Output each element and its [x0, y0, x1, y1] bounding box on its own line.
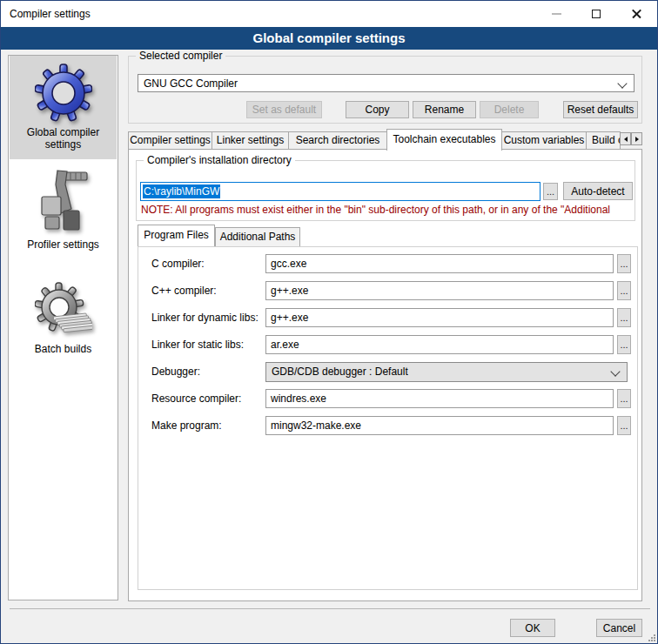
copy-button[interactable]: Copy	[346, 101, 409, 118]
static-linker-label: Linker for static libs:	[151, 335, 244, 354]
debugger-select-value: GDB/CDB debugger : Default	[272, 363, 408, 381]
reset-defaults-button[interactable]: Reset defaults	[563, 101, 638, 118]
sidebar-item-label: Batch builds	[35, 343, 91, 355]
c-compiler-browse-button[interactable]: ...	[617, 254, 631, 273]
chevron-down-icon	[610, 366, 620, 376]
minimize-button[interactable]	[536, 1, 576, 26]
resource-compiler-browse-button[interactable]: ...	[617, 389, 631, 408]
browse-directory-button[interactable]: ...	[543, 183, 558, 200]
sidebar-item-label: settings	[27, 138, 99, 151]
arrow-left-icon	[624, 137, 628, 142]
footer-divider	[10, 608, 650, 609]
group-label: Compiler's installation directory	[144, 154, 295, 166]
tab-scroll-left-button[interactable]	[620, 132, 631, 145]
c-compiler-label: C compiler:	[151, 254, 205, 273]
maximize-icon	[592, 10, 601, 18]
make-program-label: Make program:	[151, 416, 222, 435]
static-linker-input[interactable]: ar.exe	[265, 335, 614, 354]
group-label: Selected compiler	[136, 50, 225, 62]
installation-directory-value: C:\raylib\MinGW	[143, 184, 220, 198]
tab-scroll-right-button[interactable]	[631, 132, 642, 145]
set-as-default-button[interactable]: Set as default	[246, 101, 322, 118]
debugger-label: Debugger:	[151, 362, 200, 381]
settings-category-list: Global compiler settings Profiler settin…	[8, 55, 118, 600]
tab-toolchain-executables[interactable]: Toolchain executables	[386, 129, 502, 151]
debugger-select[interactable]: GDB/CDB debugger : Default	[265, 362, 628, 382]
program-files-page: C compiler: gcc.exe ... C++ compiler: g+…	[138, 246, 638, 590]
tab-custom-variables[interactable]: Custom variables	[501, 131, 587, 149]
gray-gear-stack-icon	[35, 282, 92, 343]
form-row: C compiler: gcc.exe ...	[151, 254, 628, 273]
arrow-right-icon	[635, 137, 639, 142]
resource-compiler-input[interactable]: windres.exe	[265, 389, 614, 408]
tab-search-directories[interactable]: Search directories	[288, 131, 387, 149]
ok-button[interactable]: OK	[510, 619, 555, 637]
cpp-compiler-input[interactable]: g++.exe	[265, 281, 614, 300]
dynamic-linker-browse-button[interactable]: ...	[617, 308, 631, 327]
installation-directory-group: Compiler's installation directory C:\ray…	[136, 160, 635, 221]
form-row: Resource compiler: windres.exe ...	[151, 389, 628, 408]
sidebar-item-profiler-settings[interactable]: Profiler settings	[10, 164, 117, 262]
make-program-browse-button[interactable]: ...	[617, 416, 631, 435]
tab-build-options[interactable]: Build options	[586, 131, 621, 149]
window-title: Compiler settings	[10, 1, 91, 27]
selected-compiler-group: Selected compiler GNU GCC Compiler Set a…	[128, 56, 642, 124]
form-row: C++ compiler: g++.exe ...	[151, 281, 628, 300]
sidebar-item-batch-builds[interactable]: Batch builds	[10, 280, 117, 367]
tab-linker-settings[interactable]: Linker settings	[212, 131, 289, 149]
cpp-compiler-label: C++ compiler:	[151, 281, 217, 300]
delete-button[interactable]: Delete	[480, 101, 539, 118]
sidebar-item-label: Profiler settings	[27, 238, 99, 251]
compiler-select[interactable]: GNU GCC Compiler	[138, 74, 634, 92]
rename-button[interactable]: Rename	[413, 101, 476, 118]
make-program-input[interactable]: mingw32-make.exe	[265, 416, 614, 435]
dynamic-linker-input[interactable]: g++.exe	[265, 308, 614, 327]
toolchain-executables-page: Compiler's installation directory C:\ray…	[128, 149, 642, 601]
cancel-button[interactable]: Cancel	[596, 619, 642, 637]
compiler-settings-dialog: Compiler settings Global compiler settin…	[0, 0, 658, 644]
caliper-icon	[35, 167, 92, 238]
form-row: Linker for dynamic libs: g++.exe ...	[151, 308, 628, 327]
auto-detect-button[interactable]: Auto-detect	[563, 182, 633, 200]
close-button[interactable]	[616, 1, 656, 26]
resource-compiler-label: Resource compiler:	[151, 389, 241, 408]
chevron-down-icon	[617, 78, 627, 88]
c-compiler-input[interactable]: gcc.exe	[265, 254, 614, 273]
tab-compiler-settings[interactable]: Compiler settings	[128, 131, 212, 149]
blue-gear-icon	[35, 64, 92, 126]
title-bar[interactable]: Compiler settings	[1, 1, 657, 27]
resize-grip[interactable]	[648, 634, 655, 641]
maximize-button[interactable]	[576, 1, 616, 26]
form-row: Make program: mingw32-make.exe ...	[151, 416, 628, 435]
subtab-program-files[interactable]: Program Files	[138, 225, 215, 246]
compiler-select-value: GNU GCC Compiler	[144, 77, 238, 90]
cpp-compiler-browse-button[interactable]: ...	[617, 281, 631, 300]
form-row: Linker for static libs: ar.exe ...	[151, 335, 628, 354]
dynamic-linker-label: Linker for dynamic libs:	[151, 308, 258, 327]
installation-directory-input[interactable]: C:\raylib\MinGW	[140, 182, 540, 201]
subtab-additional-paths[interactable]: Additional Paths	[215, 227, 300, 246]
directory-note: NOTE: All programs must exist either in …	[141, 204, 634, 217]
close-icon	[631, 8, 642, 19]
sidebar-item-global-compiler-settings[interactable]: Global compiler settings	[10, 56, 117, 159]
form-row: Debugger: GDB/CDB debugger : Default	[151, 362, 628, 381]
dialog-header: Global compiler settings	[1, 27, 657, 50]
sidebar-item-label: Global compiler	[27, 126, 99, 138]
minimize-icon	[552, 13, 561, 15]
static-linker-browse-button[interactable]: ...	[617, 335, 631, 354]
